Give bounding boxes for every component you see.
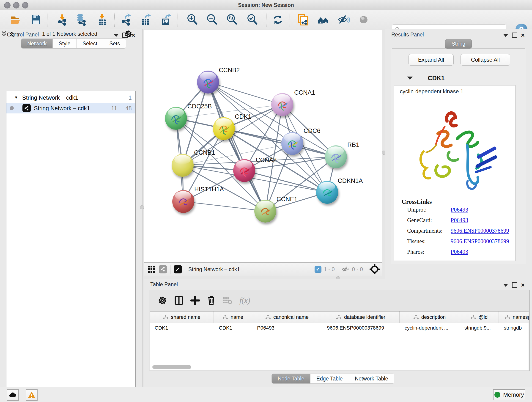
left-splitter-handle[interactable]: [140, 205, 144, 209]
collapse-all-button[interactable]: Collapse All: [461, 54, 510, 65]
network-node-RB1[interactable]: [325, 145, 347, 168]
network-collection-row[interactable]: ▼ String Network – cdk1 1: [6, 92, 135, 103]
refresh-icon[interactable]: [272, 13, 284, 26]
float-panel-icon[interactable]: [512, 282, 517, 288]
duplicate-network-icon[interactable]: [297, 13, 309, 26]
tab-style[interactable]: Style: [52, 38, 76, 49]
network-node-CCNB1[interactable]: [172, 154, 194, 177]
network-node-CDC25B[interactable]: [165, 107, 187, 130]
gene-section-header[interactable]: CDK1: [392, 71, 525, 85]
network-node-CCNB2[interactable]: [197, 70, 219, 94]
export-network-icon[interactable]: [120, 13, 133, 26]
network-edge[interactable]: [183, 201, 265, 211]
network-edge[interactable]: [244, 171, 327, 192]
hidden-eye-icon[interactable]: [341, 266, 350, 273]
column-header-description[interactable]: description: [399, 312, 459, 323]
close-panel-icon[interactable]: ×: [521, 33, 525, 37]
import-table-icon[interactable]: [96, 13, 108, 26]
network-node-CDK1[interactable]: [213, 117, 235, 140]
expand-all-button[interactable]: Expand All: [409, 54, 454, 65]
table-cell[interactable]: cyclin-dependent ...: [399, 323, 459, 333]
tab-edge-table[interactable]: Edge Table: [310, 374, 349, 384]
column-header-name[interactable]: name: [214, 312, 252, 323]
column-header-database-identifier[interactable]: database identifier: [322, 312, 399, 323]
collection-expander-icon[interactable]: ▼: [14, 95, 18, 100]
node-structure-image: [257, 204, 273, 219]
gene-details: cyclin-dependent kinase 1: [394, 85, 515, 261]
network-edge[interactable]: [208, 82, 282, 104]
export-image-icon[interactable]: [160, 13, 172, 26]
zoom-selected-icon[interactable]: [246, 13, 259, 26]
crosslink-link[interactable]: P06493: [451, 249, 468, 259]
table-row[interactable]: CDK1CDK1P064939606.ENSP00000378699cyclin…: [150, 323, 529, 333]
add-column-icon[interactable]: [190, 296, 200, 305]
collapse-all-icon[interactable]: [0, 31, 8, 37]
network-node-CCNA1[interactable]: [271, 93, 293, 116]
toolbar-separator: [47, 13, 47, 27]
show-all-icon[interactable]: [357, 13, 370, 26]
string-view-icon[interactable]: [159, 265, 167, 274]
crosslink-link[interactable]: 9606.ENSP00000378699: [451, 238, 509, 249]
float-panel-icon[interactable]: [122, 32, 128, 38]
column-header-shared-name[interactable]: shared name: [150, 312, 214, 323]
tab-select[interactable]: Select: [76, 38, 104, 49]
network-node-CDKN1A[interactable]: [316, 181, 338, 204]
section-collapse-icon[interactable]: [407, 77, 413, 80]
network-row[interactable]: String Network – cdk1 11 48: [6, 103, 135, 114]
grid-view-icon[interactable]: [147, 265, 156, 274]
network-node-CDC6[interactable]: [281, 132, 303, 155]
selected-checkbox-icon[interactable]: ✓: [315, 266, 322, 273]
cloud-status-icon[interactable]: [7, 389, 19, 401]
network-node-CCNE1[interactable]: [254, 200, 276, 223]
open-session-icon[interactable]: [10, 13, 22, 26]
table-cell[interactable]: stringdb: [499, 323, 529, 333]
birds-eye-view-icon[interactable]: [174, 265, 182, 274]
tab-network-table[interactable]: Network Table: [349, 374, 394, 384]
tab-sets[interactable]: Sets: [103, 38, 126, 49]
delete-column-icon[interactable]: [207, 295, 215, 306]
selected-count: 1 - 0: [324, 266, 335, 273]
zoom-out-icon[interactable]: [206, 13, 218, 26]
table-cell[interactable]: CDK1: [214, 323, 252, 333]
save-session-icon[interactable]: [30, 13, 42, 26]
column-header-@id[interactable]: @id: [459, 312, 499, 323]
table-cell[interactable]: CDK1: [150, 323, 214, 333]
crosslink-row: GeneCard:P06493: [407, 217, 510, 228]
import-database-icon[interactable]: [75, 13, 88, 26]
title-bar: Session: New Session: [0, 0, 532, 10]
table-cell[interactable]: P06493: [252, 323, 322, 333]
table-options-gear-icon[interactable]: [157, 295, 167, 306]
float-panel-icon[interactable]: [512, 32, 517, 38]
delete-table-icon[interactable]: [222, 296, 233, 305]
table-cell[interactable]: 9606.ENSP00000378699: [322, 323, 399, 333]
hide-selected-icon[interactable]: [337, 13, 350, 26]
crosslink-link[interactable]: P06493: [451, 206, 468, 217]
crosslink-link[interactable]: 9606.ENSP00000378699: [451, 228, 509, 238]
first-neighbors-icon[interactable]: [317, 13, 329, 26]
show-columns-icon[interactable]: [174, 295, 184, 306]
column-header-canonical-name[interactable]: canonical name: [252, 312, 322, 323]
zoom-in-icon[interactable]: [186, 13, 199, 26]
tab-network[interactable]: Network: [21, 38, 53, 49]
close-panel-icon[interactable]: ×: [132, 33, 135, 37]
column-header-namespace[interactable]: namespace: [499, 312, 529, 323]
network-node-CCNA2[interactable]: [233, 159, 255, 182]
panel-menu-icon[interactable]: [503, 284, 508, 287]
panel-menu-icon[interactable]: [114, 34, 119, 37]
horizontal-scrollbar[interactable]: [152, 365, 191, 369]
import-network-icon[interactable]: [56, 13, 68, 26]
warning-icon[interactable]: [26, 389, 38, 401]
panel-menu-icon[interactable]: [503, 34, 508, 37]
export-table-icon[interactable]: [140, 13, 152, 26]
tab-node-table[interactable]: Node Table: [272, 374, 310, 384]
fit-selected-icon[interactable]: [370, 264, 380, 274]
zoom-fit-icon[interactable]: [226, 13, 238, 26]
table-cell[interactable]: stringdb:9...: [459, 323, 499, 333]
network-view-canvas[interactable]: CCNB2CCNA1CDC25BCDK1CDC6RB1CCNB1CCNA2CDK…: [144, 30, 382, 263]
tab-string[interactable]: String: [445, 39, 472, 49]
network-node-HIST1H1A[interactable]: [172, 190, 194, 213]
gene-name: CDK1: [428, 75, 445, 82]
close-panel-icon[interactable]: ×: [521, 283, 525, 287]
crosslink-link[interactable]: P06493: [451, 217, 468, 228]
memory-button[interactable]: Memory: [493, 389, 525, 400]
